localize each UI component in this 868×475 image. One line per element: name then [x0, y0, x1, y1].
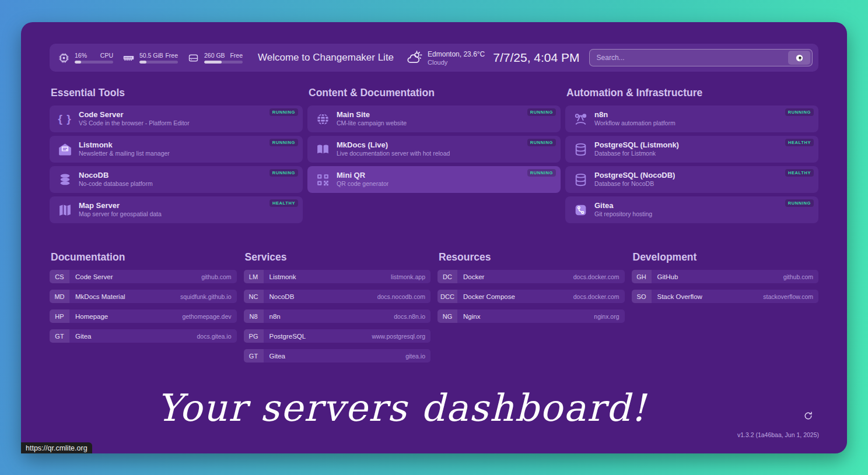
- bookmark-github[interactable]: GH GitHub github.com: [632, 270, 819, 283]
- qr-icon: [313, 173, 332, 187]
- memory-value: 50.5 GiB: [139, 52, 163, 59]
- search-bar: [589, 49, 813, 66]
- bookmark-nocodb[interactable]: NC NocoDB docs.nocodb.com: [244, 290, 431, 303]
- service-group-essential-tools: Essential Tools { } Code Server VS Code …: [50, 87, 303, 227]
- bookmark-name: Listmonk: [270, 273, 391, 280]
- bookmark-host: docs.gitea.io: [197, 333, 232, 340]
- book-icon: [313, 142, 332, 157]
- service-card-postgresql-listmonk[interactable]: PostgreSQL (Listmonk) Database for Listm…: [565, 136, 818, 163]
- datetime-text: 7/7/25, 4:04 PM: [493, 51, 579, 65]
- refresh-button[interactable]: [803, 411, 813, 423]
- memory-widget: 50.5 GiB Free: [123, 52, 178, 64]
- section-title: Essential Tools: [51, 87, 303, 99]
- status-badge: RUNNING: [785, 199, 814, 207]
- service-card-n8n[interactable]: n8n Workflow automation platform RUNNING: [565, 105, 818, 132]
- disk-bar: [204, 61, 243, 64]
- bookmark-name: PostgreSQL: [270, 333, 372, 340]
- service-card-gitea[interactable]: Gitea Git repository hosting RUNNING: [565, 196, 818, 223]
- search-input[interactable]: [597, 54, 788, 62]
- bookmark-abbr: MD: [50, 290, 69, 303]
- service-card-map-server[interactable]: Map Server Map server for geospatial dat…: [50, 196, 303, 223]
- service-title: Listmonk: [79, 140, 170, 150]
- bookmark-host: gitea.io: [405, 353, 425, 360]
- service-card-main-site[interactable]: Main Site CM-lite campaign website RUNNI…: [307, 105, 561, 132]
- bookmark-stack-overflow[interactable]: SO Stack Overflow stackoverflow.com: [632, 290, 819, 303]
- service-description: QR code generator: [337, 180, 388, 188]
- bookmark-gitea[interactable]: GT Gitea gitea.io: [244, 349, 431, 363]
- bookmark-name: MkDocs Material: [75, 293, 180, 300]
- disk-label: Free: [230, 52, 243, 59]
- weather-location: Edmonton, 23.6°C: [428, 50, 485, 59]
- bookmark-abbr: DC: [438, 270, 457, 283]
- service-title: Map Server: [79, 201, 162, 210]
- service-description: Database for Listmonk: [594, 150, 679, 158]
- status-badge: RUNNING: [527, 139, 556, 146]
- section-title: Development: [633, 251, 819, 263]
- service-card-listmonk[interactable]: Listmonk Newsletter & mailing list manag…: [50, 136, 303, 163]
- service-description: Newsletter & mailing list manager: [79, 150, 170, 158]
- bookmark-gitea-docs[interactable]: GT Gitea docs.gitea.io: [50, 329, 237, 343]
- status-badge: HEALTHY: [785, 139, 814, 146]
- service-title: Code Server: [79, 110, 190, 119]
- bookmark-name: Gitea: [270, 353, 406, 360]
- bookmark-listmonk[interactable]: LM Listmonk listmonk.app: [244, 270, 431, 283]
- bookmark-docker-compose[interactable]: DCC Docker Compose docs.docker.com: [438, 290, 625, 303]
- greeting-text: Welcome to Changemaker Lite: [258, 52, 394, 64]
- bookmark-groups: Documentation CS Code Server github.com …: [50, 251, 818, 369]
- bookmark-nginx[interactable]: NG Nginx nginx.org: [438, 309, 625, 323]
- bookmark-abbr: CS: [50, 270, 69, 283]
- bookmark-host: github.com: [783, 273, 813, 280]
- search-engine-icon: [795, 54, 804, 62]
- bookmark-name: n8n: [270, 313, 394, 320]
- bookmark-abbr: GT: [244, 349, 264, 363]
- service-description: Database for NocoDB: [594, 180, 675, 188]
- refresh-icon: [803, 411, 813, 421]
- service-description: VS Code in the browser - Platform Editor: [79, 119, 190, 128]
- memory-icon: [123, 52, 135, 64]
- version-text: v1.3.2 (1a46baa, Jun 1, 2025): [737, 431, 819, 438]
- service-group-content-documentation: Content & Documentation Main Site CM-lit…: [307, 87, 561, 227]
- service-description: Map server for geospatial data: [79, 210, 162, 219]
- section-title: Documentation: [51, 251, 237, 263]
- disk-widget: 260 GB Free: [187, 52, 243, 64]
- service-card-nocodb[interactable]: NocoDB No-code database platform RUNNING: [50, 166, 303, 193]
- bookmark-host: docs.docker.com: [573, 273, 620, 280]
- bookmark-host: docs.docker.com: [573, 293, 620, 300]
- bookmark-host: www.postgresql.org: [372, 333, 425, 340]
- status-badge: RUNNING: [270, 169, 298, 177]
- bookmark-postgresql[interactable]: PG PostgreSQL www.postgresql.org: [244, 329, 431, 343]
- bookmark-docker[interactable]: DC Docker docs.docker.com: [438, 270, 625, 283]
- bookmark-n8n[interactable]: N8 n8n docs.n8n.io: [244, 309, 431, 323]
- bookmark-code-server[interactable]: CS Code Server github.com: [50, 270, 237, 283]
- bookmark-group-documentation: Documentation CS Code Server github.com …: [50, 251, 237, 369]
- status-badge: RUNNING: [785, 108, 814, 116]
- section-title: Content & Documentation: [309, 87, 561, 99]
- status-badge: RUNNING: [527, 169, 556, 177]
- service-title: PostgreSQL (Listmonk): [594, 140, 679, 150]
- bookmark-abbr: GH: [632, 270, 652, 283]
- service-title: Mini QR: [337, 171, 388, 180]
- bookmark-name: Stack Overflow: [657, 293, 764, 300]
- service-card-mini-qr[interactable]: Mini QR QR code generator RUNNING: [307, 166, 561, 193]
- cpu-value: 16%: [75, 52, 87, 59]
- bookmark-host: listmonk.app: [391, 273, 425, 280]
- weather-widget: Edmonton, 23.6°C Cloudy: [407, 50, 485, 66]
- bookmark-homepage[interactable]: HP Homepage gethomepage.dev: [50, 309, 237, 323]
- search-engine-button[interactable]: [788, 51, 810, 65]
- bookmark-mkdocs-material[interactable]: MD MkDocs Material squidfunk.github.io: [50, 290, 237, 303]
- status-badge: RUNNING: [270, 139, 298, 146]
- service-card-code-server[interactable]: { } Code Server VS Code in the browser -…: [50, 105, 303, 132]
- service-title: Gitea: [594, 201, 652, 210]
- header-bar: 16% CPU 50.5 GiB Free: [50, 44, 818, 72]
- service-groups: Essential Tools { } Code Server VS Code …: [50, 87, 818, 227]
- bookmark-name: Docker: [463, 273, 573, 280]
- service-title: NocoDB: [79, 171, 153, 180]
- cpu-icon: [58, 52, 70, 64]
- status-badge: RUNNING: [270, 108, 298, 116]
- bookmark-abbr: PG: [244, 329, 264, 343]
- service-card-postgresql-nocodb[interactable]: PostgreSQL (NocoDB) Database for NocoDB …: [565, 166, 818, 193]
- bookmark-abbr: LM: [244, 270, 264, 283]
- bookmark-host: docs.n8n.io: [394, 313, 425, 320]
- service-card-mkdocs[interactable]: MkDocs (Live) Live documentation server …: [307, 136, 561, 163]
- bookmark-group-resources: Resources DC Docker docs.docker.com DCC …: [438, 251, 625, 369]
